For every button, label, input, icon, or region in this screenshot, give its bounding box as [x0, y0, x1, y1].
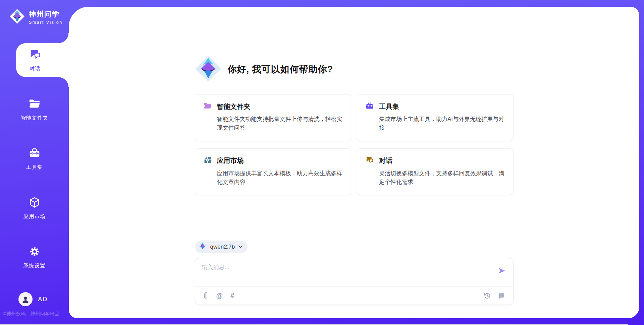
attachment-icon: [203, 291, 209, 300]
sidebar-item-app-market[interactable]: 应用市场: [0, 191, 69, 225]
horizontal-scrollbar[interactable]: [0, 324, 628, 325]
message-composer: @ #: [195, 258, 514, 305]
sidebar-item-label: 应用市场: [23, 213, 46, 220]
card-title: 对话: [379, 156, 392, 165]
card-description: 集成市场上主流工具，助力AI与外界无缝扩展与对接: [379, 115, 505, 133]
chat-bubbles-icon: [365, 156, 374, 166]
chevron-down-icon: [238, 244, 243, 250]
diamond-logo-icon: [195, 55, 222, 83]
person-avatar-icon: [21, 295, 30, 304]
copyright-text: ©神州数码 · 神州问学出品: [3, 311, 60, 317]
brand-name: 神州问学: [29, 9, 63, 19]
sidebar-item-chat[interactable]: 对话: [16, 43, 69, 77]
brand-subtitle: Smart Vision: [29, 20, 63, 25]
mention-icon: @: [216, 292, 223, 300]
sidebar-item-label: 智能文件夹: [20, 115, 48, 122]
send-icon: [498, 267, 506, 274]
chat-bubbles-icon: [29, 48, 42, 62]
welcome-header: 你好, 我可以如何帮助你?: [195, 7, 514, 83]
history-button[interactable]: [483, 291, 491, 300]
card-toolset[interactable]: 工具集 集成市场上主流工具，助力AI与外界无缝扩展与对接: [357, 94, 514, 141]
message-input[interactable]: [202, 263, 480, 283]
mention-button[interactable]: @: [216, 292, 223, 300]
sidebar: 神州问学 Smart Vision 对话 智能文件夹: [0, 0, 69, 325]
main-panel: 你好, 我可以如何帮助你? 智能文件夹 智能文件夹功能支持批量文件上传与清洗，轻…: [69, 7, 639, 318]
history-icon: [483, 291, 491, 300]
sidebar-item-label: 工具集: [26, 164, 43, 171]
topic-button[interactable]: #: [230, 292, 234, 300]
greeting-title: 你好, 我可以如何帮助你?: [228, 63, 333, 75]
composer-toolbar: @ #: [203, 286, 505, 305]
composer-area: qwen2:7b: [195, 241, 514, 305]
topic-icon: #: [230, 292, 234, 300]
user-name: AD: [38, 296, 47, 303]
cube-icon: [28, 196, 41, 210]
card-description: 智能文件夹功能支持批量文件上传与清洗，轻松实现文件问答: [217, 115, 343, 133]
card-description: 灵活切换多模型文件，支持多样回复效果调试，满足个性化需求: [379, 169, 505, 187]
sidebar-item-settings[interactable]: 系统设置: [0, 240, 69, 274]
sidebar-item-label: 对话: [30, 65, 41, 72]
toolbox-icon: [28, 147, 41, 161]
brand: 神州问学 Smart Vision: [9, 9, 63, 25]
card-smart-folder[interactable]: 智能文件夹 智能文件夹功能支持批量文件上传与清洗，轻松实现文件问答: [195, 94, 352, 141]
feedback-bubble-icon: [497, 292, 505, 300]
briefcase-icon: [365, 102, 374, 112]
sidebar-item-smart-folder[interactable]: 智能文件夹: [0, 92, 69, 126]
sidebar-item-label: 系统设置: [23, 262, 46, 269]
user-account[interactable]: AD: [18, 292, 47, 306]
sidebar-nav: 对话 智能文件夹: [0, 43, 69, 289]
app-grid-icon: [203, 156, 212, 166]
send-button[interactable]: [498, 267, 506, 275]
folder-icon: [28, 97, 41, 112]
brand-diamond-logo-icon: [9, 9, 25, 25]
model-diamond-logo-icon: [198, 242, 207, 252]
model-name: qwen2:7b: [210, 244, 235, 250]
card-app-market[interactable]: 应用市场 应用市场提供丰富长文本模板，助力高效生成多样化文章内容: [195, 148, 352, 195]
avatar: [18, 292, 33, 306]
card-title: 智能文件夹: [217, 102, 251, 111]
feature-cards: 智能文件夹 智能文件夹功能支持批量文件上传与清洗，轻松实现文件问答: [195, 94, 514, 195]
card-title: 工具集: [379, 102, 399, 111]
card-description: 应用市场提供丰富长文本模板，助力高效生成多样化文章内容: [217, 169, 343, 187]
card-title: 应用市场: [217, 156, 244, 165]
attachment-button[interactable]: [203, 291, 209, 300]
feedback-button[interactable]: [497, 292, 505, 300]
card-chat[interactable]: 对话 灵活切换多模型文件，支持多样回复效果调试，满足个性化需求: [357, 148, 514, 195]
sidebar-item-toolset[interactable]: 工具集: [0, 142, 69, 176]
model-selector[interactable]: qwen2:7b: [195, 241, 248, 253]
gear-icon: [28, 245, 41, 259]
folder-icon: [203, 102, 212, 112]
